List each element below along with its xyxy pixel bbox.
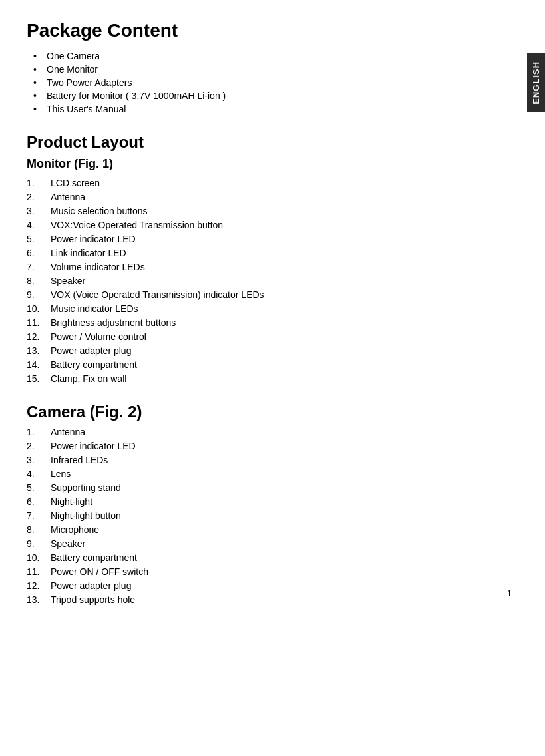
product-layout-heading: Product Layout <box>27 133 518 152</box>
list-item: 8.Speaker <box>27 276 518 286</box>
list-item: 6.Link indicator LED <box>27 248 518 258</box>
english-tab: ENGLISH <box>527 53 545 112</box>
list-item: 5.Supporting stand <box>27 482 518 493</box>
monitor-list: 1.LCD screen 2.Antenna 3.Music selection… <box>27 178 518 384</box>
list-item: 4.VOX:Voice Operated Transmission button <box>27 220 518 230</box>
page-number: 1 <box>507 588 512 598</box>
list-item: One Camera <box>33 51 518 61</box>
list-item: 12.Power / Volume control <box>27 331 518 342</box>
list-item: 7.Volume indicator LEDs <box>27 262 518 272</box>
package-content-heading: Package Content <box>27 20 518 41</box>
camera-list: 1.Antenna 2.Power indicator LED 3.Infrar… <box>27 427 518 605</box>
list-item: 3.Infrared LEDs <box>27 455 518 465</box>
list-item: 10.Music indicator LEDs <box>27 303 518 314</box>
list-item: Battery for Monitor ( 3.7V 1000mAH Li-io… <box>33 91 518 101</box>
page-wrapper: ENGLISH Package Content One Camera One M… <box>27 20 518 605</box>
list-item: 7.Night-light button <box>27 510 518 521</box>
list-item: 8.Microphone <box>27 524 518 535</box>
list-item: 6.Night-light <box>27 496 518 507</box>
list-item: 14.Battery compartment <box>27 359 518 370</box>
list-item: 13.Power adapter plug <box>27 345 518 356</box>
list-item: Two Power Adapters <box>33 77 518 88</box>
list-item: 11.Power ON / OFF switch <box>27 566 518 577</box>
list-item: 9.VOX (Voice Operated Transmission) indi… <box>27 289 518 300</box>
package-content-list: One Camera One Monitor Two Power Adapter… <box>27 51 518 114</box>
list-item: 3.Music selection buttons <box>27 206 518 216</box>
list-item: 15.Clamp, Fix on wall <box>27 373 518 384</box>
list-item: 2.Power indicator LED <box>27 441 518 451</box>
list-item: This User's Manual <box>33 104 518 114</box>
list-item: 9.Speaker <box>27 538 518 549</box>
list-item: 13.Tripod supports hole <box>27 594 518 605</box>
list-item: 2.Antenna <box>27 192 518 202</box>
list-item: 10.Battery compartment <box>27 552 518 563</box>
camera-heading: Camera (Fig. 2) <box>27 403 518 421</box>
list-item: 1.LCD screen <box>27 178 518 188</box>
list-item: 12.Power adapter plug <box>27 580 518 591</box>
list-item: 1.Antenna <box>27 427 518 437</box>
list-item: 4.Lens <box>27 469 518 479</box>
list-item: 5.Power indicator LED <box>27 234 518 244</box>
list-item: 11.Brightness adjustment buttons <box>27 317 518 328</box>
monitor-heading: Monitor (Fig. 1) <box>27 157 518 171</box>
list-item: One Monitor <box>33 64 518 75</box>
